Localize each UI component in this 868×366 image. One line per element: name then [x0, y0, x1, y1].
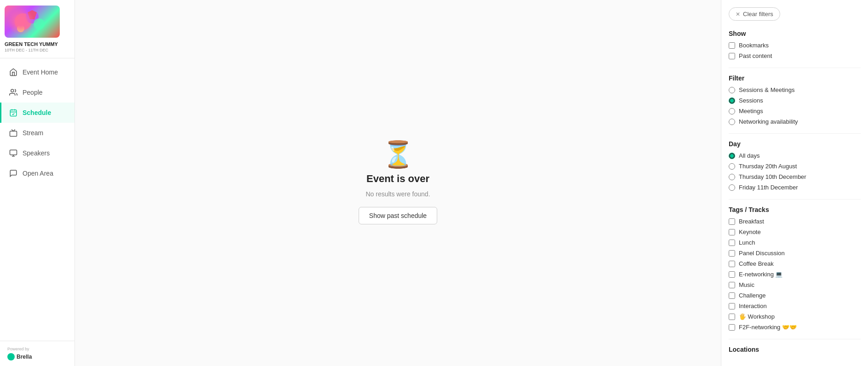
workshop-label: 🖐 Workshop: [739, 313, 775, 320]
coffee-break-checkbox[interactable]: [729, 261, 735, 267]
e-networking-checkbox[interactable]: [729, 271, 735, 278]
svg-point-0: [15, 13, 31, 30]
f2f-networking-checkbox[interactable]: [729, 324, 735, 331]
day-section: Day All days Thursday 20th August Thursd…: [729, 140, 861, 191]
sidebar-footer: Powered by Brella: [0, 341, 74, 366]
event-logo-image: [5, 6, 60, 38]
coffee-break-label: Coffee Break: [739, 260, 774, 267]
sidebar-item-event-home[interactable]: Event Home: [0, 62, 74, 82]
workshop-checkbox[interactable]: [729, 314, 735, 320]
divider-day-tags: [729, 199, 861, 200]
filter-option-networking[interactable]: Networking availability: [729, 118, 861, 125]
challenge-checkbox[interactable]: [729, 292, 735, 299]
thu-10-dec-radio[interactable]: [729, 174, 735, 180]
music-checkbox[interactable]: [729, 282, 735, 288]
breakfast-label: Breakfast: [739, 218, 764, 225]
filter-option-lunch[interactable]: Lunch: [729, 239, 861, 246]
speakers-icon: [9, 149, 18, 158]
sidebar-item-speakers[interactable]: Speakers: [0, 143, 74, 163]
thu-20-aug-radio[interactable]: [729, 163, 735, 170]
filter-option-all-days[interactable]: All days: [729, 152, 861, 159]
filter-option-challenge[interactable]: Challenge: [729, 292, 861, 299]
open-area-icon: [9, 169, 18, 178]
event-name: GREEN TECH YUMMY: [5, 41, 58, 47]
main-content: ⏳ Event is over No results were found. S…: [75, 0, 721, 366]
event-over-title: Event is over: [366, 173, 429, 185]
fri-11-dec-radio[interactable]: [729, 184, 735, 191]
sessions-radio[interactable]: [729, 97, 735, 104]
sidebar-item-label-open-area: Open Area: [23, 170, 53, 177]
meetings-label: Meetings: [739, 108, 763, 114]
bookmarks-checkbox[interactable]: [729, 42, 735, 49]
sidebar-item-schedule[interactable]: Schedule: [0, 103, 74, 123]
panel-discussion-checkbox[interactable]: [729, 250, 735, 257]
filter-option-interaction[interactable]: Interaction: [729, 303, 861, 309]
right-panel: ✕ Clear filters Show Bookmarks Past cont…: [721, 0, 868, 366]
filter-option-meetings[interactable]: Meetings: [729, 108, 861, 114]
bookmarks-label: Bookmarks: [739, 42, 769, 49]
clear-filters-label: Clear filters: [743, 11, 773, 17]
sidebar-logo-area: GREEN TECH YUMMY 10TH DEC - 11TH DEC: [0, 0, 74, 58]
filter-option-breakfast[interactable]: Breakfast: [729, 218, 861, 225]
filter-option-coffee-break[interactable]: Coffee Break: [729, 260, 861, 267]
sidebar-item-open-area[interactable]: Open Area: [0, 163, 74, 183]
day-section-title: Day: [729, 140, 861, 148]
sessions-meetings-radio[interactable]: [729, 87, 735, 93]
filter-option-sessions[interactable]: Sessions: [729, 97, 861, 104]
sessions-label: Sessions: [739, 97, 763, 104]
sidebar: GREEN TECH YUMMY 10TH DEC - 11TH DEC Eve…: [0, 0, 75, 366]
brella-icon: [7, 353, 15, 360]
filter-option-f2f-networking[interactable]: F2F-networking 🤝🤝: [729, 324, 861, 331]
keynote-label: Keynote: [739, 229, 761, 235]
networking-radio[interactable]: [729, 119, 735, 125]
sidebar-item-label-stream: Stream: [23, 129, 43, 137]
filter-option-music[interactable]: Music: [729, 281, 861, 288]
locations-section: Locations: [729, 346, 861, 353]
filter-option-e-networking[interactable]: E-networking 💻: [729, 271, 861, 278]
event-over-subtitle: No results were found.: [365, 190, 430, 198]
schedule-icon: [9, 108, 18, 117]
sidebar-item-label-speakers: Speakers: [23, 149, 50, 157]
hourglass-icon: ⏳: [382, 142, 414, 167]
filter-option-thu-20-aug[interactable]: Thursday 20th August: [729, 163, 861, 170]
filter-section: Filter Sessions & Meetings Sessions Meet…: [729, 74, 861, 125]
filter-option-past-content[interactable]: Past content: [729, 52, 861, 59]
filter-option-fri-11-dec[interactable]: Friday 11th December: [729, 184, 861, 191]
filter-option-thu-10-dec[interactable]: Thursday 10th December: [729, 173, 861, 180]
f2f-networking-label: F2F-networking 🤝🤝: [739, 324, 797, 331]
filter-section-title: Filter: [729, 74, 861, 82]
past-content-checkbox[interactable]: [729, 53, 735, 59]
filter-option-keynote[interactable]: Keynote: [729, 229, 861, 235]
sidebar-item-label-event-home: Event Home: [23, 69, 58, 76]
past-content-label: Past content: [739, 52, 772, 59]
keynote-checkbox[interactable]: [729, 229, 735, 235]
divider-tags-locations: [729, 339, 861, 339]
breakfast-checkbox[interactable]: [729, 218, 735, 225]
filter-option-panel-discussion[interactable]: Panel Discussion: [729, 250, 861, 257]
show-past-schedule-button[interactable]: Show past schedule: [359, 207, 437, 224]
filter-option-sessions-meetings[interactable]: Sessions & Meetings: [729, 86, 861, 93]
sidebar-item-stream[interactable]: Stream: [0, 123, 74, 143]
divider-filter-day: [729, 133, 861, 134]
fri-11-dec-label: Friday 11th December: [739, 184, 798, 191]
filter-option-workshop[interactable]: 🖐 Workshop: [729, 313, 861, 320]
tags-section-title: Tags / Tracks: [729, 206, 861, 213]
lunch-checkbox[interactable]: [729, 240, 735, 246]
event-dates: 10TH DEC - 11TH DEC: [5, 48, 48, 52]
event-over-container: ⏳ Event is over No results were found. S…: [359, 142, 437, 224]
meetings-radio[interactable]: [729, 108, 735, 114]
divider-show-filter: [729, 68, 861, 68]
sessions-meetings-label: Sessions & Meetings: [739, 86, 794, 93]
networking-label: Networking availability: [739, 118, 798, 125]
svg-point-4: [17, 25, 24, 32]
show-section-title: Show: [729, 30, 861, 37]
clear-filters-button[interactable]: ✕ Clear filters: [729, 7, 780, 21]
sidebar-nav: Event Home People Schedule Stream Speake…: [0, 58, 74, 341]
sidebar-item-label-people: People: [23, 89, 43, 96]
brella-name: Brella: [17, 354, 32, 360]
interaction-checkbox[interactable]: [729, 303, 735, 309]
all-days-radio[interactable]: [729, 153, 735, 159]
sidebar-item-people[interactable]: People: [0, 82, 74, 103]
lunch-label: Lunch: [739, 239, 755, 246]
filter-option-bookmarks[interactable]: Bookmarks: [729, 42, 861, 49]
